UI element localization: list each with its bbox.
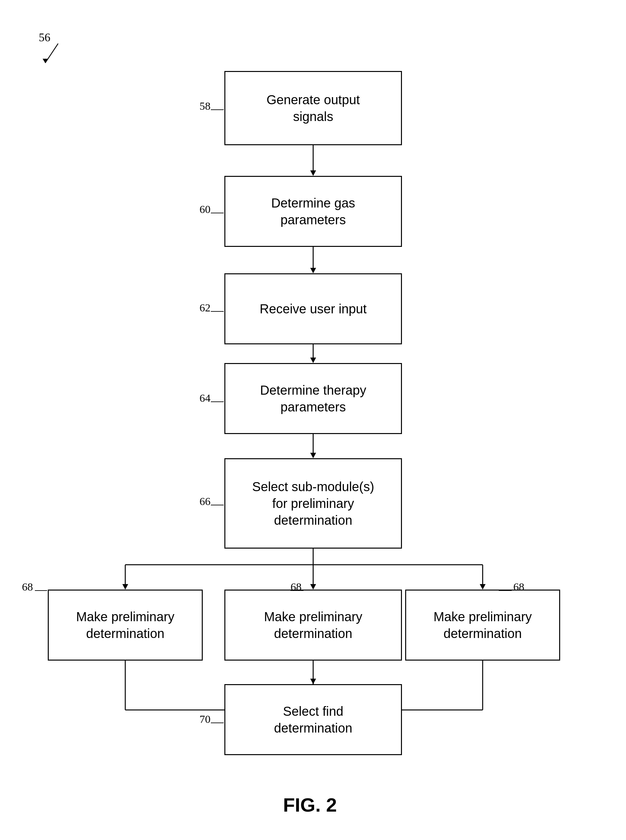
ref-62-line: [200, 308, 225, 315]
box-receive-input: Receive user input: [224, 273, 402, 344]
svg-marker-5: [310, 268, 316, 273]
svg-marker-13: [122, 584, 128, 590]
svg-marker-9: [310, 453, 316, 458]
svg-line-0: [45, 44, 58, 63]
box-select-final-label: Select find determination: [274, 703, 352, 736]
svg-marker-3: [310, 170, 316, 176]
ref-70-line: [200, 720, 225, 726]
box-determine-therapy-label: Determine therapy parameters: [260, 382, 366, 415]
figure-label: FIG. 2: [246, 794, 374, 816]
box-prelim-center-label: Make preliminary determination: [264, 608, 363, 642]
ref-64-line: [200, 398, 225, 405]
box-prelim-left-label: Make preliminary determination: [76, 608, 175, 642]
box-determine-gas-label: Determine gas parameters: [271, 195, 355, 228]
ref-60-line: [200, 210, 225, 216]
diagram-container: 56: [0, 0, 626, 840]
box-generate-label: Generate output signals: [266, 91, 360, 125]
ref-66-line: [200, 502, 225, 508]
ref-56-arrow: [42, 42, 68, 68]
box-determine-gas: Determine gas parameters: [224, 176, 402, 247]
ref-68-right-line: [499, 587, 526, 594]
svg-marker-7: [310, 358, 316, 363]
box-determine-therapy: Determine therapy parameters: [224, 363, 402, 434]
box-generate-output: Generate output signals: [224, 71, 402, 145]
box-select-final: Select find determination: [224, 684, 402, 755]
ref-68-center-line: [291, 587, 318, 594]
box-prelim-center: Make preliminary determination: [224, 590, 402, 660]
svg-marker-25: [310, 679, 316, 684]
ref-58-line: [200, 106, 225, 113]
box-prelim-left: Make preliminary determination: [48, 590, 203, 660]
svg-marker-18: [480, 584, 485, 590]
box-select-submodule-label: Select sub-module(s) for preliminary det…: [252, 478, 374, 529]
box-prelim-right-label: Make preliminary determination: [434, 608, 532, 642]
box-select-submodule: Select sub-module(s) for preliminary det…: [224, 458, 402, 549]
box-prelim-right: Make preliminary determination: [405, 590, 560, 660]
ref-68-left-line: [22, 587, 49, 594]
box-receive-input-label: Receive user input: [260, 300, 366, 317]
